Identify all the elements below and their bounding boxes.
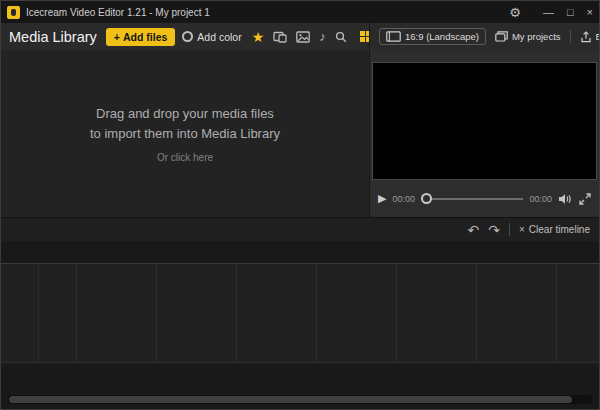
close-button[interactable]: × bbox=[587, 7, 593, 18]
clear-x-icon: × bbox=[519, 224, 525, 235]
transitions-icon[interactable] bbox=[273, 31, 287, 43]
drop-line-2: to import them into Media Library bbox=[90, 124, 280, 144]
seek-bar[interactable] bbox=[421, 193, 523, 205]
screen-ratio-icon bbox=[386, 31, 401, 42]
add-color-label: Add color bbox=[197, 31, 241, 43]
page-title: Media Library bbox=[9, 29, 97, 45]
current-time: 00:00 bbox=[392, 194, 415, 204]
export-video-label: Export video bbox=[596, 31, 600, 42]
timeline-scrollbar[interactable] bbox=[7, 395, 593, 404]
projects-icon bbox=[495, 31, 508, 42]
timeline-toolbar: ↶ ↷ × Clear timeline bbox=[1, 217, 599, 241]
music-icon[interactable]: ♪ bbox=[319, 30, 326, 43]
preview-panel: ▶ 00:00 00:00 bbox=[369, 50, 599, 217]
app-window: Icecream Video Editor 1.21 - My project … bbox=[0, 0, 600, 410]
tab-favorites-star-icon[interactable]: ★ bbox=[252, 30, 265, 44]
search-icon[interactable] bbox=[335, 31, 347, 43]
timeline-area[interactable] bbox=[1, 241, 599, 409]
my-projects-label: My projects bbox=[512, 31, 561, 42]
total-time: 00:00 bbox=[529, 194, 552, 204]
add-files-label: Add files bbox=[123, 31, 167, 43]
play-button[interactable]: ▶ bbox=[378, 193, 386, 204]
undo-icon[interactable]: ↶ bbox=[468, 223, 480, 237]
app-logo-icon bbox=[7, 6, 20, 19]
export-icon bbox=[580, 31, 592, 43]
library-tabs: ★ ♪ bbox=[252, 30, 347, 44]
video-preview bbox=[372, 62, 597, 180]
clear-timeline-button[interactable]: × Clear timeline bbox=[519, 224, 590, 235]
preview-header: 16:9 (Landscape) My projects Export vide… bbox=[369, 23, 600, 50]
player-controls: ▶ 00:00 00:00 bbox=[370, 180, 599, 217]
export-video-button[interactable]: Export video bbox=[580, 31, 600, 43]
click-here-link[interactable]: Or click here bbox=[157, 152, 213, 163]
drop-line-1: Drag and drop your media files bbox=[90, 104, 280, 124]
drop-instructions: Drag and drop your media files to import… bbox=[90, 104, 280, 143]
seek-thumb[interactable] bbox=[421, 193, 432, 204]
header-row: Media Library + Add files Add color ★ bbox=[1, 23, 599, 50]
seek-track bbox=[421, 198, 523, 200]
settings-gear-icon[interactable]: ⚙ bbox=[509, 6, 521, 19]
timeline-tracks[interactable] bbox=[1, 263, 599, 363]
color-wheel-icon bbox=[182, 31, 193, 42]
aspect-ratio-button[interactable]: 16:9 (Landscape) bbox=[379, 28, 486, 45]
scrollbar-thumb[interactable] bbox=[9, 396, 572, 403]
main-content: Drag and drop your media files to import… bbox=[1, 50, 599, 217]
window-title: Icecream Video Editor 1.21 - My project … bbox=[26, 7, 210, 18]
media-library-header: Media Library + Add files Add color ★ bbox=[1, 23, 369, 50]
add-files-button[interactable]: + Add files bbox=[106, 28, 175, 46]
fullscreen-icon[interactable] bbox=[579, 193, 591, 205]
plus-icon: + bbox=[114, 31, 120, 43]
add-color-button[interactable]: Add color bbox=[182, 31, 241, 43]
my-projects-button[interactable]: My projects bbox=[495, 31, 561, 42]
volume-icon[interactable] bbox=[558, 193, 573, 205]
header-divider bbox=[570, 30, 571, 43]
aspect-ratio-label: 16:9 (Landscape) bbox=[405, 31, 479, 42]
redo-icon[interactable]: ↷ bbox=[488, 223, 500, 237]
titlebar: Icecream Video Editor 1.21 - My project … bbox=[1, 1, 599, 23]
image-icon[interactable] bbox=[296, 31, 310, 43]
toolbar-divider bbox=[509, 223, 510, 236]
maximize-button[interactable]: □ bbox=[567, 7, 574, 18]
minimize-button[interactable]: — bbox=[543, 7, 554, 18]
media-drop-zone[interactable]: Drag and drop your media files to import… bbox=[1, 50, 369, 217]
clear-timeline-label: Clear timeline bbox=[529, 224, 590, 235]
window-controls: ⚙ — □ × bbox=[509, 6, 593, 19]
